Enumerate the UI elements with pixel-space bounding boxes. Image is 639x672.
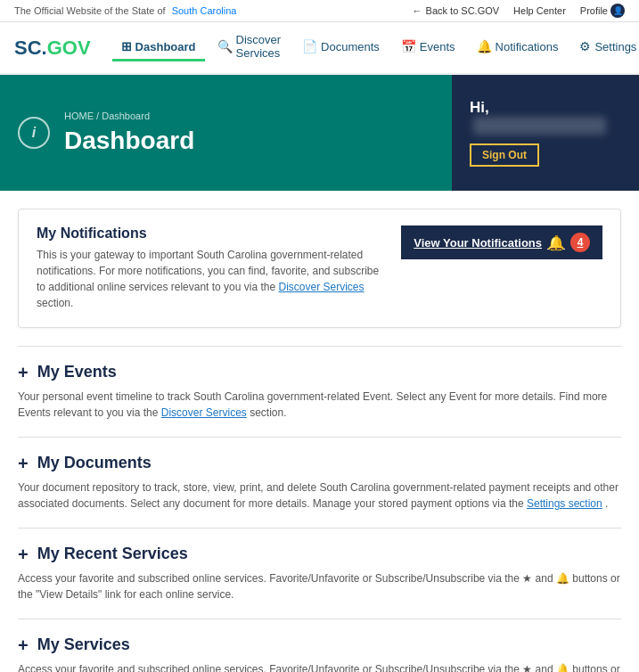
section-events-header[interactable]: + My Events — [18, 363, 621, 381]
section-events: + My Events Your personal event timeline… — [18, 346, 621, 433]
nav-bar: SC.GOV ⊞ Dashboard 🔍 Discover Services 📄… — [0, 22, 639, 75]
greeting-hi: Hi, — [470, 99, 489, 116]
info-icon: i — [18, 117, 50, 149]
top-bar-left: The Official Website of the State of Sou… — [14, 5, 236, 16]
expand-recent-services-icon: + — [18, 545, 29, 563]
sign-out-button[interactable]: Sign Out — [470, 143, 539, 167]
nav-item-documents[interactable]: 📄 Documents — [293, 34, 389, 61]
greeting: Hi, ████ ████████ — [470, 99, 621, 135]
profile-label: Profile — [580, 5, 608, 16]
profile-link[interactable]: Profile 👤 — [580, 4, 625, 18]
breadcrumb: HOME / Dashboard — [64, 111, 194, 121]
expand-documents-icon: + — [18, 455, 29, 472]
events-desc-text: Your personal event timeline to track So… — [18, 390, 607, 419]
bell-icon: 🔔 — [547, 234, 565, 251]
help-center-link[interactable]: Help Center — [513, 5, 566, 16]
view-notifications-button[interactable]: View Your Notifications 🔔 4 — [401, 225, 602, 259]
events-desc-suffix: section. — [250, 406, 286, 419]
expand-events-icon: + — [18, 364, 29, 381]
nav-label-settings: Settings — [594, 40, 636, 53]
nav-label-discover: Discover Services — [236, 33, 282, 60]
page-title: Dashboard — [64, 127, 194, 155]
nav-items: ⊞ Dashboard 🔍 Discover Services 📄 Docume… — [112, 28, 639, 68]
events-desc: Your personal event timeline to track So… — [18, 389, 621, 421]
nav-item-dashboard[interactable]: ⊞ Dashboard — [112, 34, 205, 61]
breadcrumb-sep: / — [96, 111, 99, 121]
events-title: My Events — [37, 363, 117, 381]
notifications-icon: 🔔 — [477, 39, 492, 53]
settings-icon: ⚙ — [579, 39, 591, 53]
dashboard-icon: ⊞ — [121, 39, 132, 53]
logo[interactable]: SC.GOV — [14, 37, 91, 60]
state-link[interactable]: South Carolina — [172, 5, 237, 16]
top-bar: The Official Website of the State of Sou… — [0, 0, 639, 22]
recent-services-desc: Access your favorite and subscribed onli… — [18, 570, 621, 602]
notifications-card: My Notifications This is your gateway to… — [18, 209, 621, 328]
section-services-header[interactable]: + My Services — [18, 635, 621, 654]
section-recent-services-header[interactable]: + My Recent Services — [18, 545, 621, 563]
back-to-scgov-link[interactable]: Back to SC.GOV — [413, 5, 500, 16]
documents-desc-suffix: . — [605, 497, 608, 510]
hero-content: HOME / Dashboard Dashboard — [64, 111, 194, 155]
section-services: + My Services Access your favorite and s… — [18, 619, 621, 672]
nav-label-documents: Documents — [321, 40, 380, 53]
notification-badge: 4 — [570, 233, 590, 252]
logo-gov: GOV — [47, 37, 91, 60]
top-bar-right: Back to SC.GOV Help Center Profile 👤 — [413, 4, 625, 18]
section-documents-header[interactable]: + My Documents — [18, 454, 621, 472]
notifications-title: My Notifications — [37, 225, 383, 242]
discover-services-link[interactable]: Discover Services — [279, 281, 365, 293]
section-documents: + My Documents Your document repository … — [18, 437, 621, 524]
notifications-text-area: My Notifications This is your gateway to… — [37, 225, 383, 311]
nav-label-notifications: Notifications — [496, 40, 559, 53]
expand-services-icon: + — [18, 636, 29, 654]
nav-item-notifications[interactable]: 🔔 Notifications — [468, 34, 568, 61]
nav-item-settings[interactable]: ⚙ Settings — [570, 34, 639, 61]
notifications-desc: This is your gateway to important South … — [37, 247, 383, 311]
breadcrumb-home[interactable]: HOME — [64, 111, 94, 121]
hero-right: Hi, ████ ████████ Sign Out — [452, 75, 639, 191]
user-name: ████ ████████ — [473, 117, 606, 135]
nav-item-events[interactable]: 📅 Events — [392, 34, 464, 61]
hero: i HOME / Dashboard Dashboard Hi, ████ ██… — [0, 75, 639, 191]
documents-desc: Your document repository to track, store… — [18, 479, 621, 512]
services-desc: Access your favorite and subscribed onli… — [18, 661, 621, 672]
nav-item-discover[interactable]: 🔍 Discover Services — [209, 28, 291, 68]
services-title: My Services — [37, 635, 130, 654]
nav-label-events: Events — [420, 40, 455, 53]
events-icon: 📅 — [401, 39, 416, 53]
nav-label-dashboard: Dashboard — [135, 40, 196, 53]
main-content: My Notifications This is your gateway to… — [0, 191, 639, 672]
events-discover-link[interactable]: Discover Services — [161, 406, 247, 419]
hero-left: i HOME / Dashboard Dashboard — [0, 75, 452, 191]
profile-icon: 👤 — [610, 4, 625, 18]
discover-icon: 🔍 — [217, 39, 233, 53]
breadcrumb-current: Dashboard — [102, 111, 150, 121]
notifications-desc-suffix: section. — [37, 297, 73, 309]
official-text: The Official Website of the State of — [14, 5, 166, 16]
documents-settings-link[interactable]: Settings section — [527, 497, 602, 510]
documents-icon: 📄 — [302, 39, 317, 53]
view-notifications-label: View Your Notifications — [414, 236, 542, 250]
recent-services-title: My Recent Services — [37, 545, 188, 563]
section-recent-services: + My Recent Services Access your favorit… — [18, 528, 621, 615]
logo-sc: SC — [14, 37, 42, 60]
documents-title: My Documents — [37, 454, 152, 472]
